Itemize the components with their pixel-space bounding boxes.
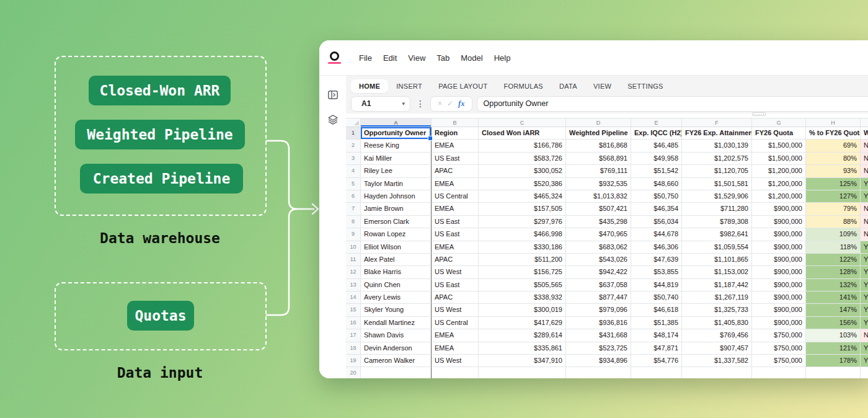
cell[interactable]: $1,501,581: [682, 178, 752, 190]
cell[interactable]: $417,629: [479, 317, 566, 329]
name-box[interactable]: A1 ▾: [351, 96, 410, 112]
row-number[interactable]: 1: [346, 127, 361, 140]
cell[interactable]: Kai Miller: [361, 153, 432, 165]
cell[interactable]: N: [861, 329, 868, 342]
cell[interactable]: US Central: [432, 317, 479, 329]
cell[interactable]: 127%: [806, 190, 861, 203]
cell[interactable]: $769,111: [566, 165, 631, 177]
column-header-F[interactable]: F: [682, 118, 752, 127]
row-number[interactable]: 5: [346, 178, 361, 190]
cell[interactable]: 132%: [806, 279, 861, 291]
cell[interactable]: N: [861, 140, 868, 152]
cell[interactable]: $166,786: [479, 140, 566, 152]
tab-data[interactable]: DATA: [551, 79, 585, 93]
column-header-G[interactable]: G: [752, 118, 806, 127]
cell[interactable]: $750,000: [752, 342, 806, 355]
cell[interactable]: 121%: [806, 342, 861, 355]
cell[interactable]: Y: [861, 266, 868, 278]
cell[interactable]: $54,776: [631, 355, 682, 367]
cell[interactable]: $289,614: [479, 329, 566, 342]
row-number[interactable]: 12: [346, 266, 361, 278]
row-number[interactable]: 17: [346, 329, 361, 342]
cell[interactable]: $44,819: [631, 279, 682, 291]
cell[interactable]: 109%: [806, 228, 861, 241]
cell[interactable]: $979,096: [566, 304, 631, 316]
cell[interactable]: $1,267,119: [682, 291, 752, 304]
cell[interactable]: $46,618: [631, 304, 682, 316]
cell[interactable]: $1,030,139: [682, 140, 752, 152]
formula-input[interactable]: Opportunity Owner: [477, 96, 868, 112]
cell[interactable]: $44,678: [631, 228, 682, 241]
cell[interactable]: 156%: [806, 317, 861, 329]
cell[interactable]: $335,861: [479, 342, 566, 355]
cell[interactable]: $49,958: [631, 153, 682, 165]
cell[interactable]: Jamie Brown: [361, 203, 432, 215]
cell[interactable]: $1,500,000: [752, 140, 806, 152]
cell[interactable]: Rowan Lopez: [361, 228, 432, 241]
cell[interactable]: 79%: [806, 203, 861, 215]
cell[interactable]: Y: [861, 241, 868, 254]
cell[interactable]: Alex Patel: [361, 254, 432, 266]
row-number[interactable]: 9: [346, 228, 361, 241]
cell[interactable]: $347,910: [479, 355, 566, 367]
cell[interactable]: $543,026: [566, 254, 631, 266]
cell[interactable]: Devin Anderson: [361, 342, 432, 355]
cell[interactable]: EMEA: [432, 178, 479, 190]
cell[interactable]: $900,000: [752, 266, 806, 278]
cell[interactable]: 125%: [806, 178, 861, 190]
cell[interactable]: EMEA: [432, 203, 479, 215]
cell[interactable]: $1,153,002: [682, 266, 752, 278]
cell[interactable]: 69%: [806, 140, 861, 152]
cell[interactable]: $1,529,906: [682, 190, 752, 203]
cell[interactable]: US West: [432, 266, 479, 278]
cell[interactable]: US West: [432, 304, 479, 316]
cell[interactable]: $297,976: [479, 216, 566, 228]
cell[interactable]: US East: [432, 228, 479, 241]
cell[interactable]: FY26 Quota: [752, 127, 806, 140]
cell[interactable]: US West: [432, 355, 479, 367]
cell[interactable]: Y: [861, 178, 868, 190]
cell[interactable]: Y: [861, 254, 868, 266]
cell[interactable]: Taylor Martin: [361, 178, 432, 190]
row-number[interactable]: 13: [346, 279, 361, 291]
cell[interactable]: N: [861, 216, 868, 228]
cell[interactable]: $683,062: [566, 241, 631, 254]
row-number[interactable]: 4: [346, 165, 361, 177]
menu-item-edit[interactable]: Edit: [378, 53, 402, 63]
cell[interactable]: EMEA: [432, 241, 479, 254]
cell[interactable]: $48,174: [631, 329, 682, 342]
more-options-icon[interactable]: ⋮: [415, 99, 426, 109]
cell[interactable]: N: [861, 153, 868, 165]
menu-item-tab[interactable]: Tab: [431, 53, 455, 63]
cell[interactable]: $900,000: [752, 304, 806, 316]
cell[interactable]: $1,200,000: [752, 190, 806, 203]
cell[interactable]: $511,200: [479, 254, 566, 266]
cell[interactable]: [566, 367, 631, 378]
cell[interactable]: $1,187,442: [682, 279, 752, 291]
cell[interactable]: $470,965: [566, 228, 631, 241]
cell[interactable]: $568,891: [566, 153, 631, 165]
cell[interactable]: $750,000: [752, 355, 806, 367]
cell[interactable]: Y: [861, 279, 868, 291]
cell[interactable]: Elliot Wilson: [361, 241, 432, 254]
cell[interactable]: N: [861, 228, 868, 241]
cell[interactable]: EMEA: [432, 140, 479, 152]
cell[interactable]: $466,998: [479, 228, 566, 241]
cell[interactable]: [752, 367, 806, 378]
cell[interactable]: Hayden Johnson: [361, 190, 432, 203]
cell[interactable]: $942,422: [566, 266, 631, 278]
cell[interactable]: Y: [861, 304, 868, 316]
cell[interactable]: Y: [861, 317, 868, 329]
cell[interactable]: $1,337,582: [682, 355, 752, 367]
cell[interactable]: Skyler Young: [361, 304, 432, 316]
cell[interactable]: Emerson Clark: [361, 216, 432, 228]
cell[interactable]: 147%: [806, 304, 861, 316]
cell[interactable]: EMEA: [432, 329, 479, 342]
cell[interactable]: Y: [861, 355, 868, 367]
cell[interactable]: 128%: [806, 266, 861, 278]
cell[interactable]: $1,500,000: [752, 153, 806, 165]
cell[interactable]: [861, 367, 868, 378]
cell[interactable]: APAC: [432, 254, 479, 266]
row-number[interactable]: 6: [346, 190, 361, 203]
cell[interactable]: $50,740: [631, 291, 682, 304]
